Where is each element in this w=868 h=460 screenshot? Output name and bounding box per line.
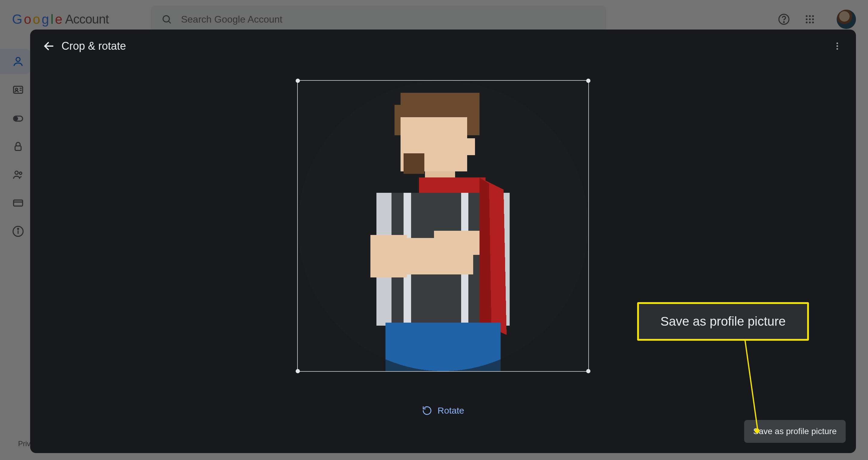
modal-header: Crop & rotate bbox=[30, 30, 856, 63]
crop-frame[interactable] bbox=[297, 80, 589, 372]
modal-title: Crop & rotate bbox=[61, 40, 126, 53]
more-vert-icon[interactable] bbox=[829, 38, 846, 55]
svg-point-30 bbox=[836, 45, 838, 47]
rotate-label: Rotate bbox=[438, 405, 464, 416]
crop-handle-top-left[interactable] bbox=[296, 78, 300, 83]
crop-handle-bottom-left[interactable] bbox=[296, 369, 300, 373]
crop-rotate-modal: Crop & rotate bbox=[30, 30, 856, 453]
rotate-icon bbox=[422, 405, 432, 416]
crop-handle-bottom-right[interactable] bbox=[586, 369, 590, 373]
annotation-callout: Save as profile picture bbox=[637, 302, 809, 341]
annotation-leader-dot bbox=[755, 428, 760, 433]
svg-rect-52 bbox=[298, 81, 588, 371]
crop-image bbox=[298, 81, 588, 371]
back-arrow-icon[interactable] bbox=[40, 38, 57, 55]
crop-handle-top-right[interactable] bbox=[586, 78, 590, 83]
rotate-button[interactable]: Rotate bbox=[30, 405, 856, 416]
svg-point-29 bbox=[836, 42, 838, 44]
svg-point-31 bbox=[836, 48, 838, 50]
